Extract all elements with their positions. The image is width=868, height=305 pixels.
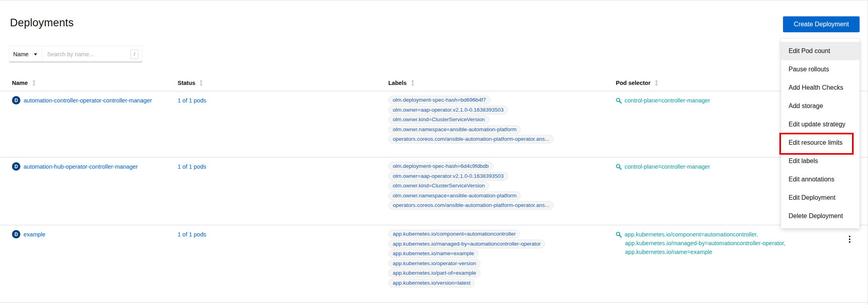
table-row: D automation-controller-operator-control… [0, 91, 868, 157]
page-title: Deployments [10, 17, 74, 29]
label-pill[interactable]: olm.deployment-spec-hash=bd696b4f7 [388, 96, 490, 104]
menu-item-add-storage[interactable]: Add storage [781, 97, 860, 115]
magnifier-icon [616, 98, 622, 104]
sort-icon[interactable] [199, 80, 203, 86]
pod-selector-link[interactable]: app.kubernetes.io/managed-by=automationc… [616, 239, 820, 248]
column-header-status[interactable]: Status [178, 80, 388, 91]
column-header-name[interactable]: Name [12, 80, 178, 91]
label-pill[interactable]: olm.owner=aap-operator.v2.1.0-0.16383935… [388, 172, 508, 181]
create-deployment-button[interactable]: Create Deployment [783, 16, 860, 32]
pod-selector-link[interactable]: app.kubernetes.io/component=automationco… [625, 230, 758, 239]
table-row: D automation-hub-operator-controller-man… [0, 157, 868, 225]
deployment-name-link[interactable]: automation-controller-operator-controlle… [24, 96, 152, 105]
filter-type-dropdown[interactable]: Name [10, 46, 42, 62]
menu-item-edit-labels[interactable]: Edit labels [781, 152, 860, 170]
label-pill[interactable]: operators.coreos.com/ansible-automation-… [388, 135, 554, 144]
pod-selector-link[interactable]: control-plane=controller-manager [625, 96, 710, 105]
menu-item-edit-annotations[interactable]: Edit annotations [781, 170, 860, 189]
sort-icon[interactable] [32, 80, 36, 86]
table-header-row: Name Status Labels Pod selector [0, 62, 868, 91]
magnifier-icon [616, 232, 622, 238]
column-header-labels[interactable]: Labels [388, 80, 616, 91]
label-pill[interactable]: app.kubernetes.io/component=automationco… [388, 230, 520, 238]
label-pill[interactable]: app.kubernetes.io/version=latest [388, 279, 475, 287]
deployment-name-link[interactable]: example [24, 230, 45, 239]
label-pill[interactable]: app.kubernetes.io/operator-version [388, 259, 480, 268]
actions-dropdown-menu: Edit Pod count Pause rollouts Add Health… [781, 39, 860, 228]
label-pill[interactable]: olm.owner=aap-operator.v2.1.0-0.16383935… [388, 106, 508, 114]
label-pill[interactable]: olm.owner.kind=ClusterServiceVersion [388, 181, 489, 190]
sort-icon[interactable] [411, 80, 415, 86]
pod-selector-link[interactable]: control-plane=controller-manager [625, 162, 710, 171]
menu-item-edit-deployment[interactable]: Edit Deployment [781, 189, 860, 207]
menu-item-pause-rollouts[interactable]: Pause rollouts [781, 60, 860, 79]
menu-item-delete-deployment[interactable]: Delete Deployment [781, 207, 860, 225]
filter-type-label: Name [13, 51, 29, 57]
sort-icon[interactable] [654, 80, 658, 86]
menu-item-edit-pod-count[interactable]: Edit Pod count [781, 42, 860, 60]
search-input[interactable] [42, 46, 142, 62]
label-pill[interactable]: olm.deployment-spec-hash=6d4c9fdbdb [388, 162, 493, 171]
pod-selector-link[interactable]: app.kubernetes.io/name=example [616, 248, 820, 256]
label-pill[interactable]: olm.owner.kind=ClusterServiceVersion [388, 115, 489, 124]
slash-shortcut-badge: / [130, 49, 138, 59]
deployment-name-link[interactable]: automation-hub-operator-controller-manag… [24, 162, 138, 171]
chevron-down-icon [34, 53, 37, 55]
search-field-wrap: / [42, 46, 142, 62]
label-pill[interactable]: app.kubernetes.io/part-of=example [388, 269, 480, 277]
menu-item-edit-resource-limits[interactable]: Edit resource limits [781, 134, 860, 152]
deployment-badge: D [12, 96, 20, 104]
pods-status-link[interactable]: 1 of 1 pods [178, 97, 206, 104]
label-pill[interactable]: olm.owner.namespace=ansible-automation-p… [388, 191, 521, 200]
deployments-page: Deployments Create Deployment Name / Nam… [0, 0, 868, 305]
magnifier-icon [616, 164, 622, 170]
label-pill[interactable]: operators.coreos.com/ansible-automation-… [388, 201, 554, 210]
deployment-badge: D [12, 162, 20, 171]
deployment-badge: D [12, 230, 20, 238]
menu-item-edit-update-strategy[interactable]: Edit update strategy [781, 115, 860, 134]
pods-status-link[interactable]: 1 of 1 pods [178, 163, 206, 170]
filter-toolbar: Name / [9, 46, 142, 62]
menu-item-add-health-checks[interactable]: Add Health Checks [781, 79, 860, 97]
label-pill[interactable]: olm.owner.namespace=ansible-automation-p… [388, 125, 521, 134]
label-pill[interactable]: app.kubernetes.io/name=example [388, 249, 478, 258]
deployments-table: Name Status Labels Pod selector D automa… [0, 62, 868, 303]
label-pill[interactable]: app.kubernetes.io/managed-by=automationc… [388, 240, 545, 248]
table-row: D example 1 of 1 pods app.kubernetes.io/… [0, 225, 868, 303]
kebab-menu-icon[interactable] [846, 234, 853, 245]
pods-status-link[interactable]: 1 of 1 pods [178, 231, 206, 238]
